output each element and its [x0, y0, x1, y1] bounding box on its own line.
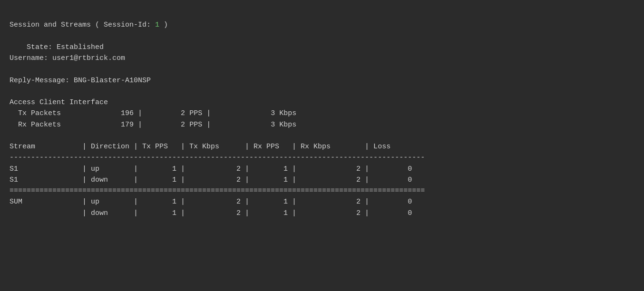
- title-suffix: ): [159, 21, 168, 29]
- state-value: Established: [57, 43, 104, 51]
- stream-header: Stream | Direction | Tx PPS | Tx Kbps | …: [10, 143, 390, 151]
- title-line: Session and Streams ( Session-Id: 1 ): [10, 21, 168, 29]
- username-label: Username:: [10, 54, 48, 62]
- terminal-output: Session and Streams ( Session-Id: 1 ) St…: [10, 9, 634, 219]
- aci-tx-pps: 2: [181, 109, 185, 117]
- sum-row-down: | down | 1 | 2 | 1 | 2 | 0: [10, 209, 412, 217]
- reply-value: BNG-Blaster-A10NSP: [74, 77, 151, 85]
- aci-header: Access Client Interface: [10, 98, 108, 107]
- aci-tx-count: 196: [121, 109, 134, 117]
- aci-rx-kbps: 3: [271, 121, 275, 129]
- stream-row-s1-up: S1 | up | 1 | 2 | 1 | 2 | 0: [10, 165, 412, 173]
- state-label: State:: [27, 43, 52, 51]
- stream-row-s1-down: S1 | down | 1 | 2 | 1 | 2 | 0: [10, 176, 412, 184]
- session-id: 1: [155, 21, 159, 29]
- title-prefix: Session and Streams ( Session-Id:: [10, 21, 155, 29]
- aci-rx-pps: 2: [181, 121, 185, 129]
- aci-rx-label: Rx Packets: [18, 121, 99, 129]
- divider-dashes: ----------------------------------------…: [10, 154, 425, 162]
- divider-equals: ========================================…: [10, 187, 425, 195]
- aci-tx-kbps: 3: [271, 109, 275, 117]
- reply-label: Reply-Message:: [10, 77, 69, 85]
- sum-row-up: SUM | up | 1 | 2 | 1 | 2 | 0: [10, 198, 412, 206]
- username-value: user1@rtbrick.com: [52, 54, 125, 62]
- aci-rx-count: 179: [121, 121, 134, 129]
- aci-tx-label: Tx Packets: [18, 109, 99, 117]
